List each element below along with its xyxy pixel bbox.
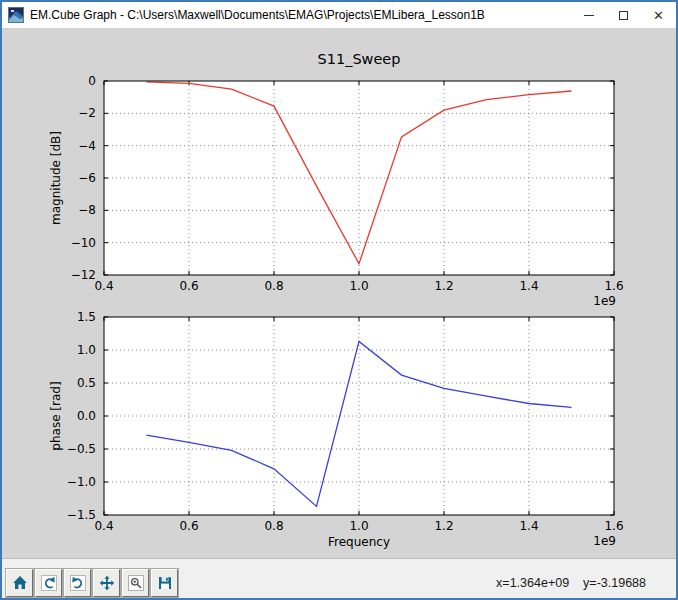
axes-1: 0.40.60.81.01.21.41.61.51.00.50.0−0.5−1.… bbox=[49, 310, 624, 549]
y-axis-label: phase [rad] bbox=[49, 381, 63, 450]
titlebar: EM.Cube Graph - C:\Users\Maxwell\Documen… bbox=[2, 2, 676, 28]
plot-canvas[interactable]: 0.40.60.81.01.21.41.60−2−4−6−8−10−12S11_… bbox=[2, 28, 676, 558]
y-tick-label: −10 bbox=[71, 236, 96, 250]
home-icon bbox=[12, 575, 28, 591]
x-offset-label: 1e9 bbox=[593, 534, 616, 548]
y-tick-label: 1.5 bbox=[77, 310, 96, 324]
x-tick-label: 1.0 bbox=[349, 279, 368, 293]
y-tick-label: −0.5 bbox=[67, 442, 96, 456]
y-tick-label: 1.0 bbox=[77, 343, 96, 357]
save-icon bbox=[157, 575, 173, 591]
maximize-button[interactable] bbox=[606, 2, 641, 28]
x-tick-label: 1.0 bbox=[349, 519, 368, 533]
x-tick-label: 1.4 bbox=[519, 279, 538, 293]
zoom-button[interactable] bbox=[122, 569, 149, 597]
figure-svg: 0.40.60.81.01.21.41.60−2−4−6−8−10−12S11_… bbox=[2, 28, 676, 558]
home-button[interactable] bbox=[6, 569, 33, 597]
minimize-button[interactable] bbox=[571, 2, 606, 28]
y-axis-label: magnitude [dB] bbox=[49, 131, 63, 225]
axes-0: 0.40.60.81.01.21.41.60−2−4−6−8−10−12S11_… bbox=[49, 51, 624, 308]
window-title: EM.Cube Graph - C:\Users\Maxwell\Documen… bbox=[30, 8, 571, 22]
window-controls: ✕ bbox=[571, 2, 676, 28]
x-tick-label: 1.2 bbox=[434, 279, 453, 293]
x-tick-label: 1.4 bbox=[519, 519, 538, 533]
x-tick-label: 0.8 bbox=[264, 519, 283, 533]
x-tick-label: 1.2 bbox=[434, 519, 453, 533]
pan-button[interactable] bbox=[93, 569, 120, 597]
cursor-status: x=1.364e+09y=-3.19688 bbox=[482, 576, 676, 590]
nav-toolbar: x=1.364e+09y=-3.19688 bbox=[2, 558, 676, 598]
x-tick-label: 1.6 bbox=[604, 279, 623, 293]
x-tick-label: 1.6 bbox=[604, 519, 623, 533]
app-window: EM.Cube Graph - C:\Users\Maxwell\Documen… bbox=[0, 0, 678, 600]
y-tick-label: −8 bbox=[78, 203, 96, 217]
y-tick-label: 0.0 bbox=[77, 409, 96, 423]
save-button[interactable] bbox=[151, 569, 178, 597]
x-offset-label: 1e9 bbox=[593, 294, 616, 308]
y-tick-label: −6 bbox=[78, 171, 96, 185]
x-tick-label: 0.4 bbox=[94, 519, 113, 533]
y-tick-label: −1.0 bbox=[67, 475, 96, 489]
forward-button[interactable] bbox=[64, 569, 91, 597]
app-icon bbox=[8, 7, 24, 23]
back-button[interactable] bbox=[35, 569, 62, 597]
cursor-y-readout: y=-3.19688 bbox=[583, 576, 646, 590]
y-tick-label: 0.5 bbox=[77, 376, 96, 390]
close-button[interactable]: ✕ bbox=[641, 2, 676, 28]
x-tick-label: 0.6 bbox=[179, 279, 198, 293]
back-icon bbox=[41, 575, 57, 591]
forward-icon bbox=[70, 575, 86, 591]
x-tick-label: 0.8 bbox=[264, 279, 283, 293]
x-axis-label: Frequency bbox=[328, 535, 390, 549]
x-tick-label: 0.6 bbox=[179, 519, 198, 533]
close-icon: ✕ bbox=[653, 9, 664, 22]
maximize-icon bbox=[619, 11, 628, 20]
y-tick-label: −1.5 bbox=[67, 508, 96, 522]
y-tick-label: −2 bbox=[78, 106, 96, 120]
zoom-to-rect-icon bbox=[128, 575, 144, 591]
x-tick-label: 0.4 bbox=[94, 279, 113, 293]
y-tick-label: −12 bbox=[71, 268, 96, 282]
cursor-x-readout: x=1.364e+09 bbox=[496, 576, 569, 590]
minimize-icon bbox=[584, 15, 594, 16]
pan-icon bbox=[99, 575, 115, 591]
y-tick-label: −4 bbox=[78, 139, 96, 153]
y-tick-label: 0 bbox=[88, 74, 96, 88]
chart-title: S11_Sweep bbox=[317, 51, 400, 67]
